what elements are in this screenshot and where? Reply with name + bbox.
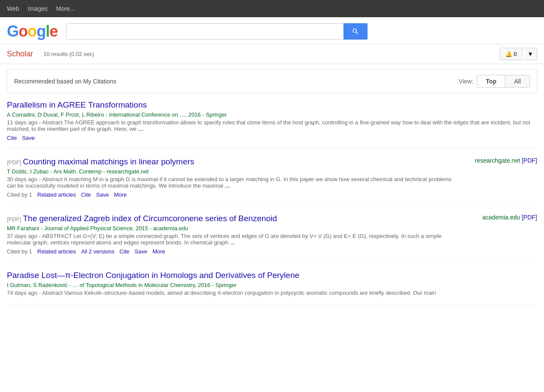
action-related-2[interactable]: Related articles bbox=[37, 191, 76, 198]
scholar-left: Scholar 10 results (0.02 sec) bbox=[7, 49, 94, 59]
action-cite-1[interactable]: Cite bbox=[7, 135, 17, 141]
result-title-link-3[interactable]: [PDF]The generalized Zagreb index of Cir… bbox=[7, 214, 460, 223]
result-date-2: 30 days ago - Abstract A matching M in a… bbox=[7, 176, 460, 189]
logo-letter-o2: o bbox=[28, 22, 37, 40]
author-text-1: A Corradini, D Duval, bbox=[7, 111, 61, 118]
bell-icon: 🔔 bbox=[505, 51, 512, 57]
dropdown-button[interactable]: ▼ bbox=[524, 48, 537, 60]
action-cited-by-3[interactable]: Cited by 1 bbox=[7, 248, 32, 255]
result-header-3: [PDF]The generalized Zagreb index of Cir… bbox=[7, 214, 537, 255]
author-link-lribeiro[interactable]: L Ribeiro bbox=[82, 111, 104, 118]
logo-letter-g: G bbox=[7, 22, 19, 40]
result-main-3: [PDF]The generalized Zagreb index of Cir… bbox=[7, 214, 460, 255]
view-section: View: Top All bbox=[459, 75, 530, 88]
scholar-label: Scholar bbox=[7, 49, 33, 59]
view-btn-group: Top All bbox=[477, 75, 530, 88]
action-save-2[interactable]: Save bbox=[96, 191, 109, 198]
pdf-label-2: [PDF] bbox=[522, 157, 537, 164]
action-more-3[interactable]: More bbox=[152, 248, 165, 255]
action-more-2[interactable]: More bbox=[114, 191, 127, 198]
result-authors-3: MR Farahani - Journal of Applied Physica… bbox=[7, 225, 460, 231]
nav-images[interactable]: Images bbox=[28, 5, 48, 12]
author-text-3: MR Farahani - Journal of Applied Physica… bbox=[7, 225, 188, 231]
main-content: Recommended based on My Citations View: … bbox=[0, 64, 544, 321]
bell-count: 0 bbox=[514, 51, 517, 57]
result-main-4: Paradise Lost—π-Electron Conjugation in … bbox=[7, 271, 537, 299]
pdf-badge-2: [PDF] bbox=[7, 159, 21, 166]
author-link-sradenkovic[interactable]: S Radenković bbox=[33, 282, 68, 288]
logo-letter-l: l bbox=[46, 22, 49, 40]
result-date-3: 37 days ago - ABSTRACT Let G=(V; E) be a… bbox=[7, 233, 460, 246]
chevron-down-icon: ▼ bbox=[528, 51, 533, 57]
author-text-2: T Došlic, I Zubac - Ars Math. Contemp - … bbox=[7, 168, 148, 175]
pdf-site-link-2[interactable]: researchgate.net bbox=[475, 157, 520, 164]
view-label: View: bbox=[459, 78, 473, 85]
action-cite-2[interactable]: Cite bbox=[81, 191, 91, 198]
action-save-3[interactable]: Save bbox=[135, 248, 148, 255]
pdf-site-link-3[interactable]: academia.edu bbox=[482, 214, 520, 221]
nav-more[interactable]: More... bbox=[56, 5, 75, 12]
result-authors-1: A Corradini, D Duval, F Prost, L Ribeiro… bbox=[7, 111, 537, 118]
result-title-link-2[interactable]: [PDF]Counting maximal matchings in linea… bbox=[7, 157, 460, 167]
search-input[interactable] bbox=[66, 23, 343, 40]
author-plain-4: I Gutman, bbox=[7, 282, 33, 288]
venue-1: - International Conference on …, 2016 - … bbox=[105, 111, 227, 118]
result-authors-2: T Došlic, I Zubac - Ars Math. Contemp - … bbox=[7, 168, 460, 175]
result-item-3: [PDF]The generalized Zagreb index of Cir… bbox=[7, 214, 537, 262]
result-snippet-3: ABSTRACT Let G=(V; E) be a simple connec… bbox=[7, 233, 442, 246]
top-navigation: Web Images More... bbox=[0, 0, 544, 17]
pdf-side-3: academia.edu [PDF] bbox=[460, 214, 537, 221]
result-main-2: [PDF]Counting maximal matchings in linea… bbox=[7, 157, 460, 198]
action-all-versions-3[interactable]: All 2 versions bbox=[81, 248, 114, 255]
result-main-1: Parallelism in AGREE Transformations A C… bbox=[7, 100, 537, 141]
scholar-right: 🔔 0 ▼ bbox=[500, 48, 537, 60]
logo-letter-o1: o bbox=[19, 22, 28, 40]
search-box bbox=[66, 23, 368, 40]
pdf-side-2: researchgate.net [PDF] bbox=[460, 157, 537, 164]
result-date-1: 11 days ago - Abstract The AGREE approac… bbox=[7, 119, 537, 132]
result-header-2: [PDF]Counting maximal matchings in linea… bbox=[7, 157, 537, 198]
pdf-label-3: [PDF] bbox=[522, 214, 537, 221]
recommended-text: Recommended based on My Citations bbox=[14, 78, 116, 85]
results-count: 10 results (0.02 sec) bbox=[43, 51, 94, 57]
bell-button[interactable]: 🔔 0 bbox=[500, 48, 522, 60]
search-button[interactable] bbox=[343, 23, 368, 40]
header: Google bbox=[0, 17, 544, 44]
logo-letter-e: e bbox=[49, 22, 58, 40]
search-icon bbox=[352, 28, 359, 35]
result-item-4: Paradise Lost—π-Electron Conjugation in … bbox=[7, 271, 537, 306]
result-actions-3: Cited by 1 Related articles All 2 versio… bbox=[7, 248, 460, 255]
nav-web[interactable]: Web bbox=[7, 5, 19, 12]
venue-4: - … of Topological Methods in Molecular … bbox=[68, 282, 237, 288]
view-all-button[interactable]: All bbox=[505, 75, 530, 88]
result-header-1: Parallelism in AGREE Transformations A C… bbox=[7, 100, 537, 141]
action-cite-3[interactable]: Cite bbox=[119, 248, 129, 255]
recommended-bar: Recommended based on My Citations View: … bbox=[7, 69, 537, 93]
action-related-3[interactable]: Related articles bbox=[37, 248, 76, 255]
result-snippet-1: Abstract The AGREE approach to graph tra… bbox=[7, 119, 530, 132]
scholar-bar: Scholar 10 results (0.02 sec) 🔔 0 ▼ bbox=[0, 44, 544, 64]
view-top-button[interactable]: Top bbox=[477, 75, 506, 88]
result-snippet-2: Abstract A matching M in a graph G is ma… bbox=[7, 176, 451, 189]
result-actions-2: Cited by 1 Related articles Cite Save Mo… bbox=[7, 191, 460, 198]
result-item-2: [PDF]Counting maximal matchings in linea… bbox=[7, 157, 537, 205]
result-actions-1: Cite Save bbox=[7, 135, 537, 141]
result-title-link-4[interactable]: Paradise Lost—π-Electron Conjugation in … bbox=[7, 271, 537, 280]
google-logo[interactable]: Google bbox=[7, 22, 58, 40]
pdf-badge-3: [PDF] bbox=[7, 216, 21, 222]
author-link-fprost[interactable]: F Prost bbox=[61, 111, 79, 118]
action-cited-by-2[interactable]: Cited by 1 bbox=[7, 191, 32, 198]
logo-letter-g2: g bbox=[37, 22, 46, 40]
result-header-4: Paradise Lost—π-Electron Conjugation in … bbox=[7, 271, 537, 299]
action-save-1[interactable]: Save bbox=[22, 135, 35, 141]
result-authors-4: I Gutman, S Radenković - … of Topologica… bbox=[7, 282, 537, 288]
result-item-1: Parallelism in AGREE Transformations A C… bbox=[7, 100, 537, 148]
result-date-4: 74 days ago - Abstract Various Kekulé–st… bbox=[7, 290, 537, 296]
result-snippet-4: Abstract Various Kekulé–structure–based … bbox=[42, 290, 436, 296]
result-title-link-1[interactable]: Parallelism in AGREE Transformations bbox=[7, 100, 537, 110]
